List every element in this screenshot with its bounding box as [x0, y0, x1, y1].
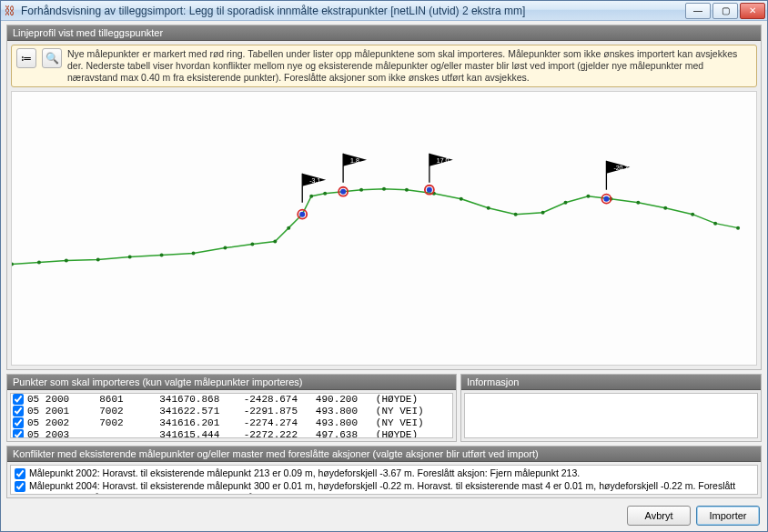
conflict-text: Målepunkt 2002: Horavst. til eksisterend… — [29, 467, 580, 480]
conflicts-group: Konflikter med eksisterende målepunkter … — [6, 446, 762, 498]
svg-point-20 — [487, 206, 490, 210]
svg-point-0 — [12, 263, 14, 266]
conflict-row: Målepunkt 2004: Horavst. til eksisterend… — [15, 480, 753, 495]
svg-point-5 — [160, 254, 164, 257]
svg-point-1 — [37, 261, 41, 265]
svg-point-17 — [405, 188, 409, 192]
svg-point-19 — [460, 197, 463, 201]
table-row[interactable]: 05 2001 7002 341622.571 -2291.875 493.80… — [11, 406, 452, 417]
svg-point-36 — [427, 187, 432, 193]
svg-point-26 — [636, 201, 640, 205]
close-button[interactable]: ✕ — [740, 3, 765, 19]
points-header: Punkter som skal importeres (kun valgte … — [7, 375, 456, 390]
legend-button[interactable]: ≔ — [16, 48, 36, 68]
svg-text:-3.1: -3.1 — [309, 177, 320, 184]
dialog-buttons: Avbryt Importer — [6, 502, 762, 526]
window-title: Forhåndsvisning av tilleggsimport: Legg … — [21, 5, 683, 17]
svg-point-32 — [299, 212, 305, 217]
row-checkbox[interactable] — [13, 417, 24, 428]
row-checkbox[interactable] — [13, 394, 24, 405]
app-icon: ⛓ — [3, 4, 17, 18]
svg-point-9 — [273, 240, 277, 244]
svg-text:1.8: 1.8 — [350, 157, 359, 164]
points-group: Punkter som skal importeres (kun valgte … — [6, 374, 457, 442]
info-text: Nye målepunkter er markert med rød ring.… — [67, 48, 752, 84]
svg-point-16 — [382, 187, 386, 191]
svg-point-28 — [691, 213, 694, 216]
svg-point-22 — [541, 211, 545, 215]
conflicts-header: Konflikter med eksisterende målepunkter … — [7, 447, 761, 462]
svg-text:17.0: 17.0 — [437, 157, 450, 164]
svg-point-4 — [128, 256, 132, 259]
table-row[interactable]: 05 2000 8601 341670.868 -2428.674 490.20… — [11, 394, 452, 406]
svg-point-21 — [514, 213, 518, 216]
zoom-reset-button[interactable]: 🔍 — [42, 48, 62, 68]
svg-point-3 — [96, 258, 100, 262]
svg-point-29 — [713, 222, 717, 226]
information-body — [464, 393, 758, 438]
svg-point-13 — [323, 192, 327, 196]
profile-chart[interactable]: -3.11.817.0-20.7 — [11, 91, 757, 365]
conflict-row: Målepunkt 2002: Horavst. til eksisterend… — [15, 467, 753, 480]
svg-point-30 — [736, 226, 740, 230]
conflicts-list: Målepunkt 2002: Horavst. til eksisterend… — [10, 465, 758, 495]
row-checkbox[interactable] — [13, 429, 24, 437]
svg-point-15 — [359, 188, 363, 192]
import-button[interactable]: Importer — [696, 506, 760, 526]
content-area: Linjeprofil vist med tilleggspunkter ≔ 🔍… — [1, 21, 767, 531]
profile-header: Linjeprofil vist med tilleggspunkter — [7, 25, 761, 41]
titlebar: ⛓ Forhåndsvisning av tilleggsimport: Leg… — [1, 1, 767, 21]
minimize-button[interactable]: — — [685, 3, 711, 19]
mid-row: Punkter som skal importeres (kun valgte … — [6, 374, 762, 442]
window-controls: — ▢ ✕ — [683, 3, 765, 19]
table-row[interactable]: 05 2003 341615.444 -2272.222 497.638 (HØ… — [11, 429, 452, 437]
information-group: Informasjon — [460, 374, 762, 442]
row-text: 05 2000 8601 341670.868 -2428.674 490.20… — [27, 394, 418, 406]
information-header: Informasjon — [461, 375, 761, 390]
svg-point-12 — [309, 195, 313, 198]
table-row[interactable]: 05 2002 7002 341616.201 -2274.274 493.80… — [11, 417, 452, 429]
svg-point-24 — [586, 195, 590, 198]
svg-point-23 — [564, 201, 568, 205]
svg-text:-20.7: -20.7 — [613, 165, 628, 171]
points-list: 05 2000 8601 341670.868 -2428.674 490.20… — [10, 393, 453, 438]
points-scroll[interactable]: 05 2000 8601 341670.868 -2428.674 490.20… — [11, 394, 452, 437]
row-text: 05 2001 7002 341622.571 -2291.875 493.80… — [27, 406, 424, 417]
maximize-button[interactable]: ▢ — [712, 3, 738, 19]
row-text: 05 2003 341615.444 -2272.222 497.638 (HØ… — [27, 429, 418, 437]
svg-point-6 — [192, 252, 196, 256]
svg-point-7 — [223, 246, 227, 250]
conflict-checkbox[interactable] — [15, 468, 25, 479]
svg-point-27 — [663, 206, 667, 210]
row-checkbox[interactable] — [13, 406, 24, 417]
conflict-checkbox[interactable] — [15, 481, 25, 492]
svg-point-34 — [340, 189, 346, 195]
cancel-button[interactable]: Avbryt — [627, 506, 691, 526]
dialog-window: ⛓ Forhåndsvisning av tilleggsimport: Leg… — [0, 0, 768, 532]
svg-point-8 — [250, 243, 254, 246]
svg-point-38 — [603, 196, 609, 202]
svg-point-2 — [65, 259, 68, 263]
info-bar: ≔ 🔍 Nye målepunkter er markert med rød r… — [11, 45, 757, 87]
row-text: 05 2002 7002 341616.201 -2274.274 493.80… — [27, 417, 424, 429]
profile-group: Linjeprofil vist med tilleggspunkter ≔ 🔍… — [6, 25, 762, 370]
svg-point-10 — [287, 226, 290, 230]
conflict-text: Målepunkt 2004: Horavst. til eksisterend… — [29, 480, 753, 495]
